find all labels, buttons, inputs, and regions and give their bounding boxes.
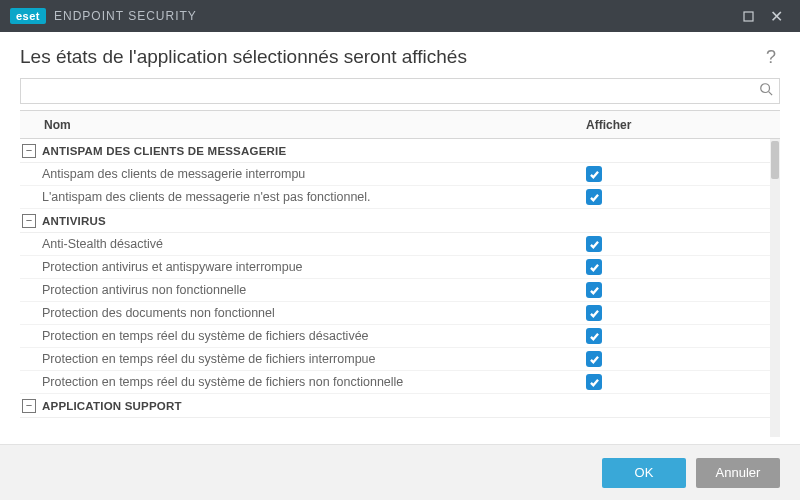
group-row[interactable]: −ANTIVIRUS [20, 209, 780, 233]
close-glyph: ✕ [770, 7, 783, 26]
show-cell [586, 374, 766, 390]
search-icon[interactable] [759, 82, 773, 100]
cancel-button[interactable]: Annuler [696, 458, 780, 488]
show-cell [586, 351, 766, 367]
svg-rect-0 [744, 12, 753, 21]
item-label: Antispam des clients de messagerie inter… [20, 167, 586, 181]
search-input[interactable] [27, 84, 759, 98]
show-cell [586, 189, 766, 205]
table-row: Protection des documents non fonctionnel [20, 302, 780, 325]
item-label: Protection des documents non fonctionnel [20, 306, 586, 320]
close-icon[interactable]: ✕ [762, 2, 790, 30]
group-label: ANTIVIRUS [42, 215, 106, 227]
table-row: Protection en temps réel du système de f… [20, 371, 780, 394]
table-row: Protection en temps réel du système de f… [20, 325, 780, 348]
brand-badge: eset [10, 8, 46, 24]
titlebar: eset ENDPOINT SECURITY ✕ [0, 0, 800, 32]
show-checkbox[interactable] [586, 282, 602, 298]
status-table: Nom Afficher −ANTISPAM DES CLIENTS DE ME… [20, 110, 780, 437]
page-title: Les états de l'application sélectionnés … [20, 46, 762, 68]
col-name-header[interactable]: Nom [42, 118, 586, 132]
brand-title: ENDPOINT SECURITY [54, 9, 197, 23]
item-label: Protection en temps réel du système de f… [20, 352, 586, 366]
scrollbar-track[interactable] [770, 139, 780, 437]
svg-point-1 [761, 84, 770, 93]
show-checkbox[interactable] [586, 374, 602, 390]
table-row: Anti-Stealth désactivé [20, 233, 780, 256]
group-row[interactable]: −APPLICATION SUPPORT [20, 394, 780, 418]
show-checkbox[interactable] [586, 351, 602, 367]
group-label: ANTISPAM DES CLIENTS DE MESSAGERIE [42, 145, 286, 157]
dialog-footer: OK Annuler [0, 444, 800, 500]
table-body: −ANTISPAM DES CLIENTS DE MESSAGERIEAntis… [20, 139, 780, 437]
search-bar[interactable] [20, 78, 780, 104]
item-label: Protection antivirus et antispyware inte… [20, 260, 586, 274]
group-label: APPLICATION SUPPORT [42, 400, 182, 412]
help-icon[interactable]: ? [762, 47, 780, 68]
collapse-icon[interactable]: − [22, 399, 36, 413]
show-cell [586, 282, 766, 298]
table-row: Antispam des clients de messagerie inter… [20, 163, 780, 186]
show-checkbox[interactable] [586, 305, 602, 321]
table-row: Protection antivirus et antispyware inte… [20, 256, 780, 279]
show-cell [586, 259, 766, 275]
table-row: Protection antivirus non fonctionnelle [20, 279, 780, 302]
collapse-icon[interactable]: − [22, 144, 36, 158]
show-cell [586, 236, 766, 252]
show-cell [586, 305, 766, 321]
show-checkbox[interactable] [586, 236, 602, 252]
table-header: Nom Afficher [20, 111, 780, 139]
item-label: Anti-Stealth désactivé [20, 237, 586, 251]
item-label: Protection en temps réel du système de f… [20, 375, 586, 389]
ok-button[interactable]: OK [602, 458, 686, 488]
group-row[interactable]: −ANTISPAM DES CLIENTS DE MESSAGERIE [20, 139, 780, 163]
show-checkbox[interactable] [586, 328, 602, 344]
collapse-icon[interactable]: − [22, 214, 36, 228]
maximize-icon[interactable] [734, 2, 762, 30]
table-row: Protection en temps réel du système de f… [20, 348, 780, 371]
scrollbar-thumb[interactable] [771, 141, 779, 179]
col-show-header[interactable]: Afficher [586, 118, 766, 132]
show-checkbox[interactable] [586, 189, 602, 205]
svg-line-2 [769, 92, 773, 96]
item-label: Protection en temps réel du système de f… [20, 329, 586, 343]
item-label: Protection antivirus non fonctionnelle [20, 283, 586, 297]
show-checkbox[interactable] [586, 259, 602, 275]
show-cell [586, 166, 766, 182]
table-row: L'antispam des clients de messagerie n'e… [20, 186, 780, 209]
dialog-header: Les états de l'application sélectionnés … [0, 32, 800, 78]
item-label: L'antispam des clients de messagerie n'e… [20, 190, 586, 204]
show-checkbox[interactable] [586, 166, 602, 182]
show-cell [586, 328, 766, 344]
